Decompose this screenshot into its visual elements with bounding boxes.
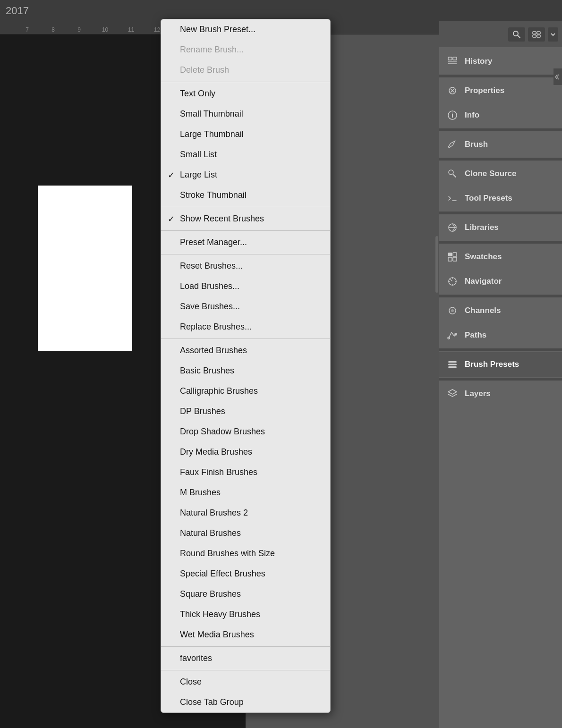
divider-after-tool-presets bbox=[439, 212, 562, 214]
svg-rect-16 bbox=[448, 257, 452, 261]
svg-rect-23 bbox=[448, 361, 457, 363]
divider-after-paths bbox=[439, 348, 562, 351]
title-bar: 2017 bbox=[0, 0, 562, 21]
divider-after-brush bbox=[439, 158, 562, 161]
panel-item-channels[interactable]: Channels bbox=[439, 298, 562, 323]
panel-item-label-paths: Paths bbox=[465, 330, 486, 340]
menu-item-wet-media-brushes[interactable]: Wet Media Brushes bbox=[161, 625, 330, 645]
panel-item-libraries[interactable]: Libraries bbox=[439, 215, 562, 240]
panel-item-tool-presets[interactable]: Tool Presets bbox=[439, 186, 562, 211]
separator-after-wet-media-brushes bbox=[161, 646, 330, 647]
menu-item-special-effect-brushes[interactable]: Special Effect Brushes bbox=[161, 564, 330, 584]
app-year: 2017 bbox=[6, 5, 29, 17]
panel-item-clone-source[interactable]: Clone Source bbox=[439, 161, 562, 186]
properties-icon bbox=[445, 83, 460, 98]
ruler-mark-10: 10 bbox=[92, 26, 118, 33]
panel-item-paths[interactable]: Paths bbox=[439, 323, 562, 347]
panel-item-label-clone-source: Clone Source bbox=[465, 169, 517, 178]
panel-item-layers[interactable]: Layers bbox=[439, 381, 562, 406]
panel-item-brush-presets[interactable]: Brush Presets bbox=[439, 352, 562, 377]
svg-line-1 bbox=[518, 35, 520, 38]
panel-chevron-button[interactable] bbox=[548, 27, 558, 42]
menu-item-stroke-thumbnail[interactable]: Stroke Thumbnail bbox=[161, 185, 330, 205]
menu-item-favorites[interactable]: favorites bbox=[161, 648, 330, 669]
clone-icon bbox=[445, 166, 460, 181]
swatches-icon bbox=[445, 249, 460, 264]
menu-item-small-list[interactable]: Small List bbox=[161, 144, 330, 165]
divider-after-navigator bbox=[439, 295, 562, 297]
panel-layout-button[interactable] bbox=[528, 27, 545, 42]
menu-item-close-tab-group[interactable]: Close Tab Group bbox=[161, 692, 330, 712]
document-canvas bbox=[38, 186, 132, 351]
svg-rect-4 bbox=[533, 35, 536, 37]
menu-item-basic-brushes[interactable]: Basic Brushes bbox=[161, 361, 330, 381]
svg-point-12 bbox=[449, 170, 453, 175]
menu-item-small-thumbnail[interactable]: Small Thumbnail bbox=[161, 104, 330, 124]
context-menu: New Brush Preset...Rename Brush...Delete… bbox=[161, 19, 331, 713]
panel-item-label-layers: Layers bbox=[465, 389, 491, 398]
separator-after-favorites bbox=[161, 670, 330, 670]
panel-item-label-brush-presets: Brush Presets bbox=[465, 360, 519, 369]
svg-point-11 bbox=[452, 113, 453, 114]
search-button[interactable] bbox=[508, 27, 525, 42]
panel-item-brush[interactable]: Brush bbox=[439, 132, 562, 157]
libraries-icon bbox=[445, 220, 460, 235]
ruler-mark-7: 7 bbox=[14, 26, 40, 33]
menu-item-faux-finish-brushes[interactable]: Faux Finish Brushes bbox=[161, 462, 330, 483]
svg-rect-6 bbox=[448, 57, 452, 60]
panel-item-label-swatches: Swatches bbox=[465, 252, 502, 262]
separator-after-stroke-thumbnail bbox=[161, 207, 330, 207]
brush-presets-icon bbox=[445, 357, 460, 372]
menu-item-text-only[interactable]: Text Only bbox=[161, 84, 330, 104]
menu-item-replace-brushes[interactable]: Replace Brushes... bbox=[161, 317, 330, 337]
menu-item-natural-brushes-2[interactable]: Natural Brushes 2 bbox=[161, 503, 330, 523]
ruler-mark-8: 8 bbox=[40, 26, 66, 33]
menu-item-dp-brushes[interactable]: DP Brushes bbox=[161, 401, 330, 422]
panel-item-navigator[interactable]: Navigator bbox=[439, 269, 562, 294]
history-icon bbox=[445, 54, 460, 69]
menu-item-square-brushes[interactable]: Square Brushes bbox=[161, 584, 330, 604]
panel-item-label-libraries: Libraries bbox=[465, 223, 499, 232]
panel-scrollbar[interactable] bbox=[435, 236, 438, 293]
svg-rect-3 bbox=[537, 32, 540, 34]
brush-icon bbox=[445, 137, 460, 152]
menu-item-save-brushes[interactable]: Save Brushes... bbox=[161, 296, 330, 317]
ruler-mark-11: 11 bbox=[118, 26, 144, 33]
menu-item-m-brushes[interactable]: M Brushes bbox=[161, 483, 330, 503]
menu-item-calligraphic-brushes[interactable]: Calligraphic Brushes bbox=[161, 381, 330, 401]
menu-item-round-brushes-with-size[interactable]: Round Brushes with Size bbox=[161, 543, 330, 564]
divider-after-info bbox=[439, 128, 562, 131]
menu-item-preset-manager[interactable]: Preset Manager... bbox=[161, 232, 330, 253]
menu-item-dry-media-brushes[interactable]: Dry Media Brushes bbox=[161, 442, 330, 462]
menu-item-drop-shadow-brushes[interactable]: Drop Shadow Brushes bbox=[161, 422, 330, 442]
panel-item-label-channels: Channels bbox=[465, 306, 501, 315]
menu-item-natural-brushes[interactable]: Natural Brushes bbox=[161, 523, 330, 543]
separator-after-preset-manager bbox=[161, 254, 330, 254]
menu-item-new-brush-preset[interactable]: New Brush Preset... bbox=[161, 19, 330, 40]
tool-presets-icon bbox=[445, 191, 460, 206]
menu-item-close[interactable]: Close bbox=[161, 672, 330, 692]
svg-rect-14 bbox=[448, 253, 452, 256]
menu-item-show-recent-brushes[interactable]: Show Recent Brushes bbox=[161, 209, 330, 229]
ruler-mark-9: 9 bbox=[66, 26, 92, 33]
menu-item-assorted-brushes[interactable]: Assorted Brushes bbox=[161, 340, 330, 361]
ruler-marks: 7 8 9 10 11 12 bbox=[14, 21, 170, 34]
collapse-panel-button[interactable] bbox=[553, 68, 562, 85]
panel-item-history[interactable]: History bbox=[439, 49, 562, 74]
panel-item-info[interactable]: Info bbox=[439, 103, 562, 127]
panel-item-label-history: History bbox=[465, 57, 493, 66]
menu-item-reset-brushes[interactable]: Reset Brushes... bbox=[161, 256, 330, 276]
separator-after-delete-brush bbox=[161, 82, 330, 82]
panel-item-label-tool-presets: Tool Presets bbox=[465, 194, 512, 203]
menu-item-large-thumbnail[interactable]: Large Thumbnail bbox=[161, 124, 330, 144]
panel-items-list: HistoryPropertiesInfoBrushClone SourceTo… bbox=[439, 47, 562, 408]
menu-item-large-list[interactable]: Large List bbox=[161, 165, 330, 185]
panel-item-properties[interactable]: Properties bbox=[439, 78, 562, 103]
menu-item-thick-heavy-brushes[interactable]: Thick Heavy Brushes bbox=[161, 604, 330, 625]
svg-rect-24 bbox=[448, 364, 457, 365]
paths-icon bbox=[445, 328, 460, 343]
panel-item-swatches[interactable]: Swatches bbox=[439, 245, 562, 269]
divider-after-brush-presets bbox=[439, 378, 562, 381]
separator-after-show-recent-brushes bbox=[161, 230, 330, 231]
menu-item-load-brushes[interactable]: Load Brushes... bbox=[161, 276, 330, 296]
